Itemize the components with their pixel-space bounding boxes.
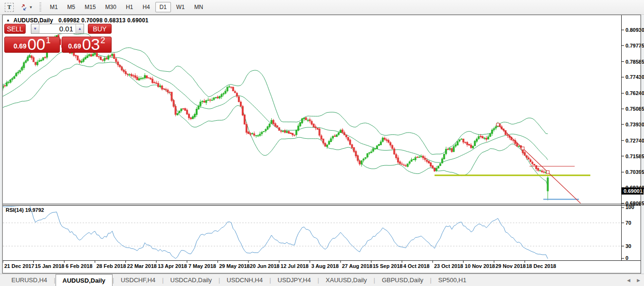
date-tick-label: 10 Nov 2018 [465,263,495,269]
sell-price-big-digits: 00 [28,38,46,51]
tab-usdchf-h4[interactable]: USDCHF,H4 [114,274,162,286]
buy-price-big-digits: 03 [82,38,100,51]
sell-button[interactable]: SELL [4,24,26,34]
price-tick-label: 0.71585 [625,153,644,159]
tab-sp500-h1[interactable]: SP500,H1 [432,274,473,286]
price-tick-label: 0.72740 [625,138,644,143]
date-tick-label: 22 Mar 2018 [127,263,157,269]
chart-tab-bar: EURUSD,H4|AUDUSD,Daily|USDCHF,H4|USDCAD,… [0,274,644,286]
trendline-handle-1[interactable] [521,147,524,150]
chart-symbol-label: AUDUSD,Daily [13,17,53,24]
buy-price-pip-digit: 2 [101,36,105,46]
collapse-icon[interactable]: ▲ [6,18,10,22]
date-tick-label: 13 Apr 2018 [158,263,187,269]
buy-price-display[interactable]: 0.69 03 2 [62,37,112,53]
volume-decrease-button[interactable]: ▼ [31,24,39,33]
buy-button[interactable]: BUY [88,24,112,34]
trendline-handle-0[interactable] [496,123,499,126]
price-tick-label: 0.70395 [625,169,644,175]
price-tick-label: 0.73930 [625,122,644,127]
rsi-scale-label: 70 [625,220,631,226]
date-tick-label: 20 Jun 2018 [250,263,279,269]
rsi-scale-label: 100 [625,204,634,210]
date-tick-label: 28 Feb 2018 [96,263,126,269]
sell-price-display[interactable]: 0.69 00 1 [4,37,60,53]
one-click-trading-panel: SELL ▼ ▲ BUY 0.69 00 1 0.69 03 2 [4,24,112,53]
rsi-indicator-label: RSI(14) 19.9792 [6,207,44,213]
date-tick-label: 15 Jan 2018 [35,263,65,269]
tab-usdjpy-h4[interactable]: USDJPY,H4 [271,274,318,286]
buy-price-prefix: 0.69 [68,42,81,50]
tab-usdcnh-h4[interactable]: USDCNH,H4 [220,274,269,286]
date-tick-label: 7 May 2018 [189,263,216,269]
price-tick-label: 0.77430 [625,74,644,80]
tab-usdcad-daily[interactable]: USDCAD,Daily [164,274,218,286]
tab-scroll-right-icon[interactable]: ▶ [637,278,640,283]
date-tick-label: 21 Dec 2017 [4,263,34,269]
rsi-scale-label: 30 [625,243,631,249]
rsi-scale-label: 0 [625,255,628,261]
date-tick-label: 29 Nov 2018 [495,263,526,269]
date-tick-label: 15 Sep 2018 [373,263,403,269]
price-tick-label: 0.76240 [625,90,644,96]
current-price-badge-label: 0.69001 [624,188,643,194]
price-tick-label: 0.80930 [625,27,644,33]
date-tick-label: 18 Dec 2018 [526,263,556,269]
mt4-app: T ▼ M1M5M15M30H1H4D1W1MN 0.809300.797750… [0,0,644,286]
date-tick-label: 6 Feb 2018 [66,263,92,269]
volume-widget: ▼ ▲ [31,24,84,34]
date-tick-label: 23 Oct 2018 [434,263,463,269]
price-tick-label: 0.78585 [625,59,644,65]
sell-price-pip-digit: 1 [46,36,51,46]
date-tick-label: 3 Aug 2018 [311,263,339,269]
volume-input[interactable] [39,24,76,33]
date-tick-label: 27 Aug 2018 [342,263,372,269]
chart-title: ▲ AUDUSD,Daily 0.69982 0.70098 0.68313 0… [6,17,149,24]
price-tick-label: 0.79775 [625,43,644,48]
sell-price-prefix: 0.69 [13,42,26,50]
tab-scroll-left-icon[interactable]: ◀ [627,278,630,283]
price-tick-label: 0.75085 [625,106,644,112]
tab-audusd-daily[interactable]: AUDUSD,Daily [56,274,113,286]
date-tick-label: 29 May 2018 [219,263,250,269]
tab-eurusd-h4[interactable]: EURUSD,H4 [5,274,54,286]
tab-gbpusd-daily[interactable]: GBPUSD,Daily [375,274,430,286]
date-tick-label: 12 Jul 2018 [281,263,309,269]
tab-xauusd-daily[interactable]: XAUUSD,Daily [319,274,374,286]
chart-ohlc-values: 0.69982 0.70098 0.68313 0.69001 [58,17,149,24]
date-tick-label: 4 Oct 2018 [403,263,429,269]
trendline-handle-2[interactable] [546,171,549,173]
volume-increase-button[interactable]: ▲ [76,24,84,33]
